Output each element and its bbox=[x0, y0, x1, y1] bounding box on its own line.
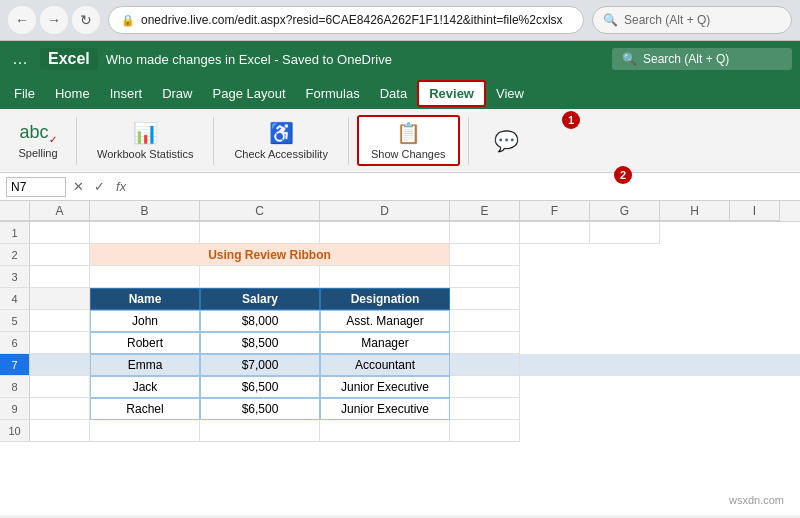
menu-file[interactable]: File bbox=[4, 82, 45, 105]
function-icon[interactable]: fx bbox=[112, 179, 130, 194]
menu-draw[interactable]: Draw bbox=[152, 82, 202, 105]
cell-a9[interactable] bbox=[30, 398, 90, 420]
cell-e8[interactable] bbox=[450, 376, 520, 398]
menu-insert[interactable]: Insert bbox=[100, 82, 153, 105]
cell-name-emma[interactable]: Emma bbox=[90, 354, 200, 376]
menu-home[interactable]: Home bbox=[45, 82, 100, 105]
row-num-8[interactable]: 8 bbox=[0, 376, 30, 398]
cell-salary-john[interactable]: $8,000 bbox=[200, 310, 320, 332]
row-num-10[interactable]: 10 bbox=[0, 420, 30, 442]
spelling-button[interactable]: abc✓ Spelling bbox=[8, 118, 68, 164]
col-header-b[interactable]: B bbox=[90, 201, 200, 221]
cell-name-john[interactable]: John bbox=[90, 310, 200, 332]
row-num-1[interactable]: 1 bbox=[0, 222, 30, 244]
cell-b10[interactable] bbox=[90, 420, 200, 442]
row-num-9[interactable]: 9 bbox=[0, 398, 30, 420]
cell-g1[interactable] bbox=[590, 222, 660, 244]
comment-button[interactable]: 💬 bbox=[477, 125, 537, 157]
workbook-stats-button[interactable]: 📊 Workbook Statistics bbox=[85, 117, 205, 164]
cell-salary-header[interactable]: Salary bbox=[200, 288, 320, 310]
cell-a10[interactable] bbox=[30, 420, 90, 442]
cell-e5[interactable] bbox=[450, 310, 520, 332]
cell-d1[interactable] bbox=[320, 222, 450, 244]
row-num-3[interactable]: 3 bbox=[0, 266, 30, 288]
col-header-f[interactable]: F bbox=[520, 201, 590, 221]
column-headers: A B C D E F G H I bbox=[0, 201, 800, 222]
cell-salary-rachel[interactable]: $6,500 bbox=[200, 398, 320, 420]
badge-1: 1 bbox=[562, 111, 580, 129]
cell-c3[interactable] bbox=[200, 266, 320, 288]
cell-title[interactable]: Using Review Ribbon bbox=[90, 244, 450, 266]
cell-a1[interactable] bbox=[30, 222, 90, 244]
cell-e7[interactable] bbox=[450, 354, 520, 376]
row-num-4[interactable]: 4 bbox=[0, 288, 30, 310]
cancel-formula-icon[interactable]: ✕ bbox=[70, 179, 87, 194]
cell-a8[interactable] bbox=[30, 376, 90, 398]
cell-b3[interactable] bbox=[90, 266, 200, 288]
reload-button[interactable]: ↻ bbox=[72, 6, 100, 34]
cell-name-robert[interactable]: Robert bbox=[90, 332, 200, 354]
menu-view[interactable]: View bbox=[486, 82, 534, 105]
menu-data[interactable]: Data bbox=[370, 82, 417, 105]
cell-reference[interactable]: N7 bbox=[6, 177, 66, 197]
cell-a5[interactable] bbox=[30, 310, 90, 332]
cell-salary-emma[interactable]: $7,000 bbox=[200, 354, 320, 376]
badge-1-container: 1 bbox=[562, 111, 580, 129]
col-header-e[interactable]: E bbox=[450, 201, 520, 221]
menu-formulas[interactable]: Formulas bbox=[296, 82, 370, 105]
forward-button[interactable]: → bbox=[40, 6, 68, 34]
cell-a6[interactable] bbox=[30, 332, 90, 354]
cell-e9[interactable] bbox=[450, 398, 520, 420]
cell-designation-header[interactable]: Designation bbox=[320, 288, 450, 310]
row-num-2[interactable]: 2 bbox=[0, 244, 30, 266]
col-header-i[interactable]: I bbox=[730, 201, 780, 221]
browser-search[interactable]: 🔍 Search (Alt + Q) bbox=[592, 6, 792, 34]
menu-page-layout[interactable]: Page Layout bbox=[203, 82, 296, 105]
col-header-d[interactable]: D bbox=[320, 201, 450, 221]
title-search-box[interactable]: 🔍 Search (Alt + Q) bbox=[612, 48, 792, 70]
col-header-g[interactable]: G bbox=[590, 201, 660, 221]
address-bar[interactable]: 🔒 onedrive.live.com/edit.aspx?resid=6CAE… bbox=[108, 6, 584, 34]
show-changes-button[interactable]: 📋 Show Changes bbox=[357, 115, 460, 166]
cell-a4[interactable] bbox=[30, 288, 90, 310]
formula-input[interactable] bbox=[134, 179, 794, 194]
cell-name-rachel[interactable]: Rachel bbox=[90, 398, 200, 420]
col-header-h[interactable]: H bbox=[660, 201, 730, 221]
check-accessibility-button[interactable]: ♿ Check Accessibility bbox=[222, 117, 340, 164]
show-changes-icon: 📋 bbox=[396, 121, 421, 145]
menu-review[interactable]: Review bbox=[417, 80, 486, 107]
cell-salary-robert[interactable]: $8,500 bbox=[200, 332, 320, 354]
cell-designation-jack[interactable]: Junior Executive bbox=[320, 376, 450, 398]
cell-d10[interactable] bbox=[320, 420, 450, 442]
cell-designation-robert[interactable]: Manager bbox=[320, 332, 450, 354]
col-header-a[interactable]: A bbox=[30, 201, 90, 221]
cell-f1[interactable] bbox=[520, 222, 590, 244]
cell-name-header[interactable]: Name bbox=[90, 288, 200, 310]
cell-e3[interactable] bbox=[450, 266, 520, 288]
cell-e6[interactable] bbox=[450, 332, 520, 354]
cell-e1[interactable] bbox=[450, 222, 520, 244]
cell-designation-rachel[interactable]: Junior Executive bbox=[320, 398, 450, 420]
row-num-7[interactable]: 7 bbox=[0, 354, 30, 376]
row-num-5[interactable]: 5 bbox=[0, 310, 30, 332]
cell-salary-jack[interactable]: $6,500 bbox=[200, 376, 320, 398]
cell-a7[interactable] bbox=[30, 354, 90, 376]
cell-b1[interactable] bbox=[90, 222, 200, 244]
cell-a2[interactable] bbox=[30, 244, 90, 266]
col-header-c[interactable]: C bbox=[200, 201, 320, 221]
cell-e10[interactable] bbox=[450, 420, 520, 442]
cell-a3[interactable] bbox=[30, 266, 90, 288]
cell-e4[interactable] bbox=[450, 288, 520, 310]
confirm-formula-icon[interactable]: ✓ bbox=[91, 179, 108, 194]
cell-e2[interactable] bbox=[450, 244, 520, 266]
cell-d3[interactable] bbox=[320, 266, 450, 288]
waffle-icon[interactable]: … bbox=[8, 46, 32, 72]
cell-designation-john[interactable]: Asst. Manager bbox=[320, 310, 450, 332]
cell-name-jack[interactable]: Jack bbox=[90, 376, 200, 398]
cell-designation-emma[interactable]: Accountant bbox=[320, 354, 450, 376]
cell-c1[interactable] bbox=[200, 222, 320, 244]
table-row: Jack $6,500 Junior Executive bbox=[30, 376, 800, 398]
back-button[interactable]: ← bbox=[8, 6, 36, 34]
row-num-6[interactable]: 6 bbox=[0, 332, 30, 354]
cell-c10[interactable] bbox=[200, 420, 320, 442]
